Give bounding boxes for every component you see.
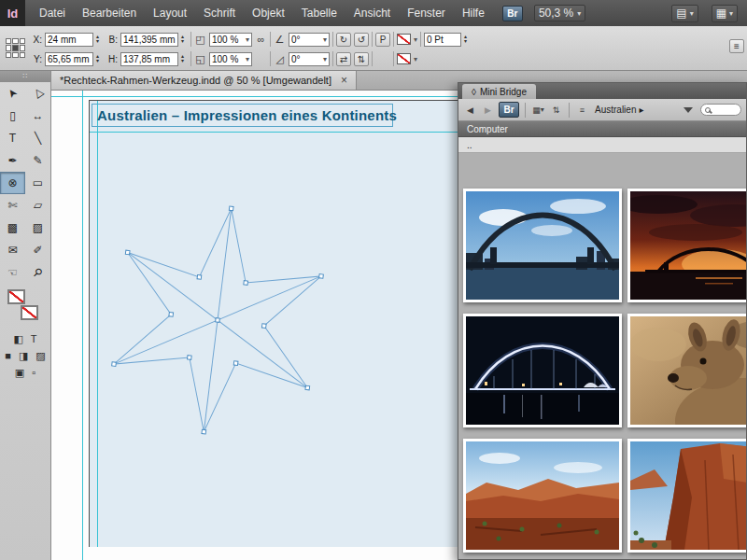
tools-panel-grip[interactable]: ∷ <box>0 71 50 82</box>
reference-point-proxy[interactable] <box>6 38 25 58</box>
filter-button[interactable] <box>681 103 695 118</box>
stroke-weight-input[interactable] <box>427 34 458 46</box>
height-stepper[interactable]: ▴ ▾ <box>181 54 188 63</box>
line-tool[interactable]: ╲ <box>25 127 50 149</box>
parent-folder-item[interactable]: .. <box>458 137 746 153</box>
rotation-input[interactable] <box>291 34 323 46</box>
forward-button[interactable]: ▶ <box>481 103 495 118</box>
fill-color-swatch[interactable] <box>7 289 25 304</box>
menu-bearbeiten[interactable]: Bearbeiten <box>74 0 145 26</box>
thumbnail-outback-canyon[interactable] <box>463 439 622 553</box>
chevron-down-icon[interactable]: ▾ <box>323 55 327 63</box>
pencil-tool[interactable]: ✎ <box>25 149 50 172</box>
rotate-ccw-button[interactable]: ↺ <box>354 33 369 47</box>
thumbnail-sydney-harbour-bridge-day[interactable] <box>463 189 622 302</box>
breadcrumb[interactable]: Australien ▸ <box>593 105 646 115</box>
y-position-input[interactable] <box>48 53 91 65</box>
close-tab-icon[interactable]: × <box>341 74 347 87</box>
type-tool[interactable]: T <box>0 127 25 149</box>
shear-input[interactable] <box>291 53 323 65</box>
view-options-button[interactable]: ▤ ▾ <box>671 5 698 22</box>
stepper-down-icon[interactable]: ▾ <box>181 39 188 44</box>
height-field[interactable] <box>120 52 178 66</box>
height-input[interactable] <box>123 53 176 65</box>
fill-none-swatch[interactable] <box>397 34 411 45</box>
shear-field[interactable]: ▾ <box>289 52 330 66</box>
view-mode-button[interactable]: ▦ ▾ <box>531 103 545 118</box>
direct-selection-tool[interactable]: ▷ <box>25 82 50 105</box>
constrain-scale-link-icon[interactable]: ∞ <box>255 34 267 45</box>
stroke-weight-field[interactable] <box>424 33 461 47</box>
page-tool[interactable]: ▯ <box>0 105 25 127</box>
zoom-tool[interactable]: ⚲ <box>25 261 50 284</box>
gap-tool[interactable]: ↔ <box>25 105 50 127</box>
rectangle-tool[interactable]: ▭ <box>25 172 50 194</box>
menu-hilfe[interactable]: Hilfe <box>454 0 493 26</box>
hand-tool[interactable]: ☜ <box>0 261 25 284</box>
x-position-input[interactable] <box>48 34 91 46</box>
screen-mode-button[interactable]: ▣ <box>15 367 24 379</box>
stroke-none-swatch[interactable] <box>397 53 411 64</box>
menu-tabelle[interactable]: Tabelle <box>293 0 345 26</box>
document-tab[interactable]: *Rechteck-Rahmen-Werkzeug.indd @ 50 % [U… <box>51 71 357 90</box>
chevron-down-icon[interactable]: ▾ <box>323 35 327 44</box>
scale-y-field[interactable]: ▾ <box>209 52 252 66</box>
bridge-button[interactable]: Br <box>502 6 523 21</box>
computer-path-bar[interactable]: Computer <box>458 121 746 137</box>
thumbnail-red-rock-formation[interactable] <box>627 439 746 553</box>
width-field[interactable] <box>120 33 178 47</box>
chevron-down-icon[interactable]: ▾ <box>246 55 249 63</box>
search-input[interactable] <box>700 104 741 116</box>
stroke-weight-stepper[interactable]: ▴ ▾ <box>464 35 471 44</box>
chevron-down-icon[interactable]: ▾ <box>246 35 249 44</box>
stepper-down-icon[interactable]: ▾ <box>181 59 188 63</box>
y-stepper[interactable]: ▴ ▾ <box>96 54 103 63</box>
zoom-level-control[interactable]: 50,3 % ▾ <box>534 5 585 21</box>
y-position-field[interactable] <box>45 52 93 66</box>
navigation-list-icon[interactable]: ≡ <box>575 103 589 118</box>
formatting-affects-text-button[interactable]: T <box>31 333 37 345</box>
control-panel-menu-button[interactable]: ≡ <box>729 39 744 53</box>
menu-schrift[interactable]: Schrift <box>195 0 244 26</box>
eyedropper-tool[interactable]: ✐ <box>25 239 50 261</box>
menu-layout[interactable]: Layout <box>145 0 195 26</box>
width-stepper[interactable]: ▴ ▾ <box>181 35 188 44</box>
scale-x-input[interactable] <box>212 34 246 46</box>
apply-color-button[interactable]: ■ <box>5 350 11 362</box>
menu-objekt[interactable]: Objekt <box>244 0 293 26</box>
mini-bridge-tab[interactable]: ◊ Mini Bridge <box>462 84 536 99</box>
sort-button[interactable]: ⇅ <box>549 103 563 118</box>
x-position-field[interactable] <box>45 33 93 47</box>
scissors-tool[interactable]: ✄ <box>0 194 25 217</box>
rotate-cw-button[interactable]: ↻ <box>336 33 351 47</box>
scale-y-input[interactable] <box>212 53 246 65</box>
flip-horizontal-button[interactable]: ⇄ <box>336 52 351 66</box>
paragraph-formatting-button[interactable]: P <box>375 33 390 47</box>
pen-tool[interactable]: ✒ <box>0 149 25 172</box>
apply-none-button[interactable]: ▨ <box>35 350 45 362</box>
formatting-affects-container-button[interactable]: ◧ <box>13 333 22 345</box>
thumbnail-sydney-harbour-bridge-night[interactable] <box>463 314 622 427</box>
apply-gradient-button[interactable]: ◨ <box>19 350 28 362</box>
headline-text-frame[interactable]: Australien – Impressionen eines Kontinen… <box>92 104 393 127</box>
ellipse-frame-tool[interactable]: ⊗ <box>0 172 25 194</box>
note-tool[interactable]: ✉ <box>0 239 25 261</box>
width-input[interactable] <box>123 34 176 46</box>
selection-tool[interactable]: ➤ <box>0 82 25 105</box>
gradient-swatch-tool[interactable]: ▩ <box>0 217 25 239</box>
chevron-down-icon[interactable]: ▾ <box>414 35 417 44</box>
stepper-down-icon[interactable]: ▾ <box>96 59 103 63</box>
gradient-feather-tool[interactable]: ▨ <box>25 217 50 239</box>
preview-mode-button[interactable]: ▫ <box>32 367 35 379</box>
flip-vertical-button[interactable]: ⇅ <box>354 52 369 66</box>
thumbnail-harbour-bridge-sunset[interactable] <box>627 189 746 302</box>
menu-datei[interactable]: Datei <box>31 0 74 26</box>
open-bridge-button[interactable]: Br <box>499 102 519 118</box>
workspace-switcher-button[interactable]: ▦ ▾ <box>712 5 738 22</box>
stepper-down-icon[interactable]: ▾ <box>464 39 471 44</box>
x-stepper[interactable]: ▴ ▾ <box>96 35 103 44</box>
breadcrumb-folder-label[interactable]: Australien <box>595 105 636 115</box>
thumbnail-kangaroo-closeup[interactable] <box>627 314 746 427</box>
stroke-color-swatch[interactable] <box>21 305 38 320</box>
menu-fenster[interactable]: Fenster <box>399 0 454 26</box>
